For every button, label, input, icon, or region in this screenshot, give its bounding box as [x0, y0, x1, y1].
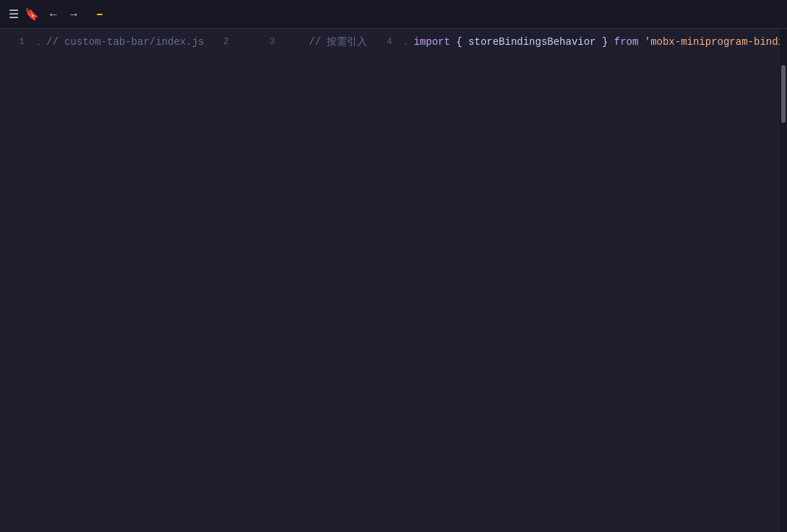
token: from — [614, 36, 639, 48]
code-line: 3 // 按需引入 — [250, 29, 367, 532]
line-content: ⌄import { storeBindingsBehavior } from '… — [403, 29, 787, 56]
scrollbar-thumb[interactable] — [781, 65, 786, 123]
editor: 1⌄// custom-tab-bar/index.js23 // 按需引入4⌄… — [0, 29, 787, 532]
editor-container: ☰ 🔖 ← → 1⌄// custom-tab-bar/index.js23 /… — [0, 0, 787, 532]
line-content: ⌄// custom-tab-bar/index.js — [36, 29, 204, 56]
token: { storeBindingsBehavior } — [450, 36, 614, 48]
line-number: 4 — [367, 29, 403, 55]
line-number: 3 — [250, 29, 286, 55]
line-number: 1 — [0, 29, 36, 55]
back-button[interactable]: ← — [45, 7, 62, 22]
token: 'mobx-miniprogram-bindings' — [645, 36, 787, 48]
breadcrumb — [88, 14, 116, 15]
menu-icon[interactable]: ☰ — [9, 7, 19, 22]
fold-arrow[interactable]: ⌄ — [36, 30, 45, 56]
titlebar: ☰ 🔖 ← → — [0, 0, 787, 29]
line-content — [240, 29, 250, 55]
token: // 按需引入 — [309, 36, 367, 48]
scrollbar[interactable] — [780, 29, 787, 532]
code-line: 1⌄// custom-tab-bar/index.js — [0, 29, 204, 532]
token: import — [413, 36, 450, 48]
line-content: // 按需引入 — [286, 29, 367, 55]
token: // custom-tab-bar/index.js — [46, 36, 204, 48]
token — [296, 36, 309, 48]
code-line: 4⌄import { storeBindingsBehavior } from … — [367, 29, 787, 532]
nav-buttons: ← → — [45, 7, 82, 22]
line-number: 2 — [204, 29, 240, 55]
forward-button[interactable]: → — [65, 7, 82, 22]
fold-arrow[interactable]: ⌄ — [403, 30, 412, 56]
code-line: 2 — [204, 29, 250, 532]
js-badge — [97, 14, 103, 15]
bookmark-icon[interactable]: 🔖 — [25, 7, 39, 22]
token — [638, 36, 644, 48]
